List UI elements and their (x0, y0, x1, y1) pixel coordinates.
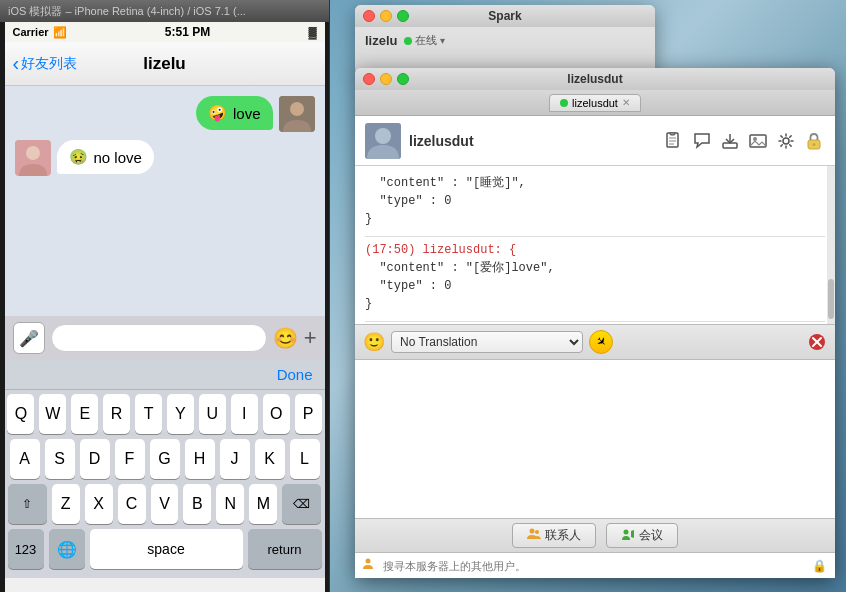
key-q[interactable]: Q (7, 394, 34, 434)
chat-maximize-button[interactable] (397, 73, 409, 85)
key-w[interactable]: W (39, 394, 66, 434)
key-k[interactable]: K (255, 439, 285, 479)
lock-icon[interactable] (803, 130, 825, 152)
chevron-down-icon[interactable]: ▾ (440, 35, 445, 46)
compose-textarea[interactable] (355, 360, 835, 518)
scrollbar-thumb[interactable] (828, 279, 834, 319)
key-g[interactable]: G (150, 439, 180, 479)
key-p[interactable]: P (295, 394, 322, 434)
chat-window-controls (363, 73, 409, 85)
key-n[interactable]: N (216, 484, 244, 524)
translation-select[interactable]: No Translation Translation (391, 331, 583, 353)
download-icon[interactable] (719, 130, 741, 152)
voice-button[interactable]: 🎤 (13, 322, 45, 354)
key-u[interactable]: U (199, 394, 226, 434)
conference-icon (621, 527, 635, 544)
key-l[interactable]: L (290, 439, 320, 479)
status-time: 5:51 PM (165, 25, 210, 39)
key-h[interactable]: H (185, 439, 215, 479)
key-o[interactable]: O (263, 394, 290, 434)
globe-key[interactable]: 🌐 (49, 529, 85, 569)
photo-icon[interactable] (747, 130, 769, 152)
spark-user-row: lizelu 在线 ▾ (355, 27, 655, 54)
scrollbar-track (827, 166, 835, 324)
key-c[interactable]: C (118, 484, 146, 524)
spark-maximize-button[interactable] (397, 10, 409, 22)
done-button[interactable]: Done (277, 366, 313, 383)
spark-window-controls (363, 10, 409, 22)
lock-small-icon: 🔒 (812, 559, 827, 573)
chat-search-bar: 🔒 (355, 552, 835, 578)
spark-status-label: 在线 (415, 33, 437, 48)
conference-button[interactable]: 会议 (606, 523, 678, 548)
key-d[interactable]: D (80, 439, 110, 479)
key-y[interactable]: Y (167, 394, 194, 434)
received-avatar (15, 140, 51, 176)
key-t[interactable]: T (135, 394, 162, 434)
clear-button[interactable] (807, 332, 827, 352)
key-f[interactable]: F (115, 439, 145, 479)
chat-bubble-icon[interactable] (691, 130, 713, 152)
user-search-input[interactable] (383, 557, 806, 575)
message-row-sent: 🤪 love (15, 96, 315, 132)
spark-title: Spark (488, 9, 521, 23)
chat-close-button[interactable] (363, 73, 375, 85)
keyboard-row-1: Q W E R T Y U I O P (8, 394, 322, 434)
key-s[interactable]: S (45, 439, 75, 479)
chat-toolbar-icons (663, 130, 825, 152)
spark-close-button[interactable] (363, 10, 375, 22)
send-button[interactable]: ✈ (589, 330, 613, 354)
chat-divider-1 (365, 236, 825, 237)
tab-status-dot (560, 99, 568, 107)
key-e[interactable]: E (71, 394, 98, 434)
status-right: ▓ (308, 26, 316, 38)
key-x[interactable]: X (85, 484, 113, 524)
chat-user-name: lizelusdut (409, 133, 655, 149)
chat-user-header: lizelusdut (355, 116, 835, 166)
space-key[interactable]: space (90, 529, 243, 569)
json-block-2: (17:50) lizelusdut: { "content" : "[爱你]l… (365, 241, 825, 313)
key-b[interactable]: B (183, 484, 211, 524)
json-block-1: "content" : "[睡觉]", "type" : 0 } (365, 174, 825, 228)
delete-key[interactable]: ⌫ (282, 484, 321, 524)
chat-content: "content" : "[睡觉]", "type" : 0 } (17:50)… (355, 166, 835, 324)
settings-icon[interactable] (775, 130, 797, 152)
spark-window: Spark lizelu 在线 ▾ (355, 5, 655, 75)
smiley-icon[interactable]: 🙂 (363, 331, 385, 353)
json-line-2b: "type" : 0 (365, 279, 451, 293)
ios-text-input[interactable] (51, 324, 267, 352)
key-v[interactable]: V (151, 484, 179, 524)
chat-minimize-button[interactable] (380, 73, 392, 85)
svg-point-3 (26, 146, 40, 160)
shift-key[interactable]: ⇧ (8, 484, 47, 524)
key-a[interactable]: A (10, 439, 40, 479)
key-z[interactable]: Z (52, 484, 80, 524)
ios-status-bar: Carrier 📶 5:51 PM ▓ (5, 22, 325, 42)
nav-title: lizelu (143, 54, 186, 74)
spark-minimize-button[interactable] (380, 10, 392, 22)
clear-icon (808, 333, 826, 351)
key-j[interactable]: J (220, 439, 250, 479)
key-m[interactable]: M (249, 484, 277, 524)
key-i[interactable]: I (231, 394, 258, 434)
svg-point-17 (813, 143, 816, 146)
svg-rect-13 (750, 135, 766, 147)
json-line-1a: "content" : "[睡觉]", (365, 176, 526, 190)
chat-tab-lizelusdut[interactable]: lizelusdut ✕ (549, 94, 641, 112)
chat-user-avatar (365, 123, 401, 159)
send-icon: ✈ (593, 334, 610, 351)
file-icon[interactable] (663, 130, 685, 152)
key-r[interactable]: R (103, 394, 130, 434)
emoji-button[interactable]: 😊 (273, 326, 298, 350)
carrier-label: Carrier (13, 26, 49, 38)
plus-button[interactable]: + (304, 325, 317, 351)
sent-bubble: 🤪 love (196, 96, 273, 130)
contacts-button[interactable]: 联系人 (512, 523, 596, 548)
numbers-key[interactable]: 123 (8, 529, 44, 569)
status-left: Carrier 📶 (13, 26, 67, 39)
back-button[interactable]: ‹ 好友列表 (13, 55, 78, 73)
return-key[interactable]: return (248, 529, 322, 569)
spark-status-dot (404, 37, 412, 45)
svg-point-5 (375, 128, 391, 144)
tab-close-icon[interactable]: ✕ (622, 97, 630, 108)
